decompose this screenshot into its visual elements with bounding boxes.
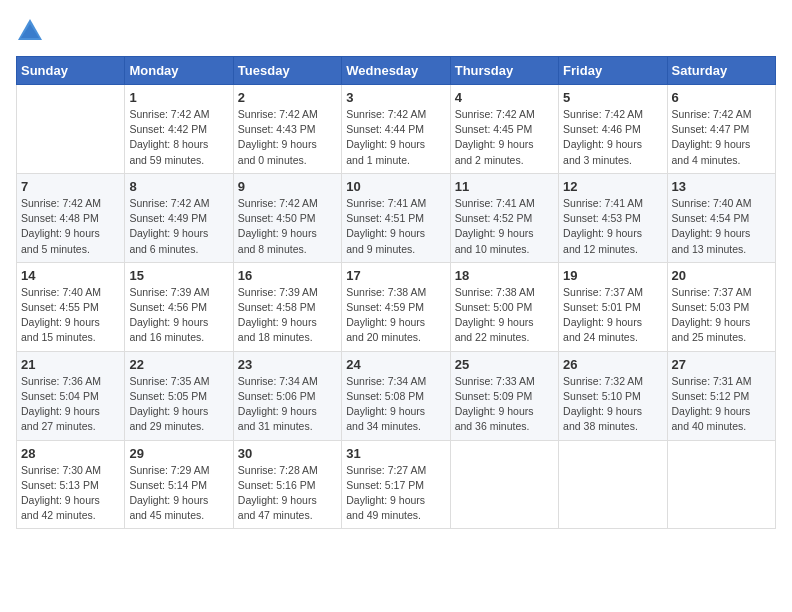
day-number: 13	[672, 179, 771, 194]
calendar-cell: 11Sunrise: 7:41 AM Sunset: 4:52 PM Dayli…	[450, 173, 558, 262]
calendar-cell: 22Sunrise: 7:35 AM Sunset: 5:05 PM Dayli…	[125, 351, 233, 440]
calendar-cell: 15Sunrise: 7:39 AM Sunset: 4:56 PM Dayli…	[125, 262, 233, 351]
day-number: 5	[563, 90, 662, 105]
day-number: 26	[563, 357, 662, 372]
day-number: 22	[129, 357, 228, 372]
day-info: Sunrise: 7:42 AM Sunset: 4:44 PM Dayligh…	[346, 107, 445, 168]
day-number: 19	[563, 268, 662, 283]
day-number: 20	[672, 268, 771, 283]
day-number: 28	[21, 446, 120, 461]
day-info: Sunrise: 7:37 AM Sunset: 5:03 PM Dayligh…	[672, 285, 771, 346]
day-info: Sunrise: 7:42 AM Sunset: 4:48 PM Dayligh…	[21, 196, 120, 257]
day-info: Sunrise: 7:37 AM Sunset: 5:01 PM Dayligh…	[563, 285, 662, 346]
day-number: 31	[346, 446, 445, 461]
calendar-cell: 17Sunrise: 7:38 AM Sunset: 4:59 PM Dayli…	[342, 262, 450, 351]
day-number: 17	[346, 268, 445, 283]
day-number: 6	[672, 90, 771, 105]
day-info: Sunrise: 7:34 AM Sunset: 5:06 PM Dayligh…	[238, 374, 337, 435]
day-info: Sunrise: 7:38 AM Sunset: 5:00 PM Dayligh…	[455, 285, 554, 346]
day-info: Sunrise: 7:38 AM Sunset: 4:59 PM Dayligh…	[346, 285, 445, 346]
day-info: Sunrise: 7:36 AM Sunset: 5:04 PM Dayligh…	[21, 374, 120, 435]
day-info: Sunrise: 7:32 AM Sunset: 5:10 PM Dayligh…	[563, 374, 662, 435]
day-info: Sunrise: 7:42 AM Sunset: 4:42 PM Dayligh…	[129, 107, 228, 168]
day-number: 3	[346, 90, 445, 105]
calendar-cell: 4Sunrise: 7:42 AM Sunset: 4:45 PM Daylig…	[450, 85, 558, 174]
day-number: 14	[21, 268, 120, 283]
day-info: Sunrise: 7:42 AM Sunset: 4:43 PM Dayligh…	[238, 107, 337, 168]
day-number: 12	[563, 179, 662, 194]
day-info: Sunrise: 7:42 AM Sunset: 4:47 PM Dayligh…	[672, 107, 771, 168]
day-number: 27	[672, 357, 771, 372]
day-info: Sunrise: 7:41 AM Sunset: 4:51 PM Dayligh…	[346, 196, 445, 257]
calendar-cell: 14Sunrise: 7:40 AM Sunset: 4:55 PM Dayli…	[17, 262, 125, 351]
day-info: Sunrise: 7:39 AM Sunset: 4:56 PM Dayligh…	[129, 285, 228, 346]
day-info: Sunrise: 7:40 AM Sunset: 4:55 PM Dayligh…	[21, 285, 120, 346]
day-info: Sunrise: 7:35 AM Sunset: 5:05 PM Dayligh…	[129, 374, 228, 435]
calendar-cell: 5Sunrise: 7:42 AM Sunset: 4:46 PM Daylig…	[559, 85, 667, 174]
day-info: Sunrise: 7:42 AM Sunset: 4:50 PM Dayligh…	[238, 196, 337, 257]
logo	[16, 16, 48, 44]
day-info: Sunrise: 7:29 AM Sunset: 5:14 PM Dayligh…	[129, 463, 228, 524]
day-number: 8	[129, 179, 228, 194]
day-info: Sunrise: 7:27 AM Sunset: 5:17 PM Dayligh…	[346, 463, 445, 524]
calendar-cell: 26Sunrise: 7:32 AM Sunset: 5:10 PM Dayli…	[559, 351, 667, 440]
calendar-cell: 25Sunrise: 7:33 AM Sunset: 5:09 PM Dayli…	[450, 351, 558, 440]
calendar-table: SundayMondayTuesdayWednesdayThursdayFrid…	[16, 56, 776, 529]
calendar-cell: 21Sunrise: 7:36 AM Sunset: 5:04 PM Dayli…	[17, 351, 125, 440]
calendar-cell: 2Sunrise: 7:42 AM Sunset: 4:43 PM Daylig…	[233, 85, 341, 174]
page-header	[16, 16, 776, 44]
day-info: Sunrise: 7:42 AM Sunset: 4:45 PM Dayligh…	[455, 107, 554, 168]
calendar-cell: 28Sunrise: 7:30 AM Sunset: 5:13 PM Dayli…	[17, 440, 125, 529]
calendar-cell: 9Sunrise: 7:42 AM Sunset: 4:50 PM Daylig…	[233, 173, 341, 262]
day-info: Sunrise: 7:30 AM Sunset: 5:13 PM Dayligh…	[21, 463, 120, 524]
calendar-cell: 24Sunrise: 7:34 AM Sunset: 5:08 PM Dayli…	[342, 351, 450, 440]
calendar-cell: 27Sunrise: 7:31 AM Sunset: 5:12 PM Dayli…	[667, 351, 775, 440]
day-number: 16	[238, 268, 337, 283]
day-number: 18	[455, 268, 554, 283]
day-number: 9	[238, 179, 337, 194]
calendar-cell: 19Sunrise: 7:37 AM Sunset: 5:01 PM Dayli…	[559, 262, 667, 351]
calendar-cell: 20Sunrise: 7:37 AM Sunset: 5:03 PM Dayli…	[667, 262, 775, 351]
day-info: Sunrise: 7:40 AM Sunset: 4:54 PM Dayligh…	[672, 196, 771, 257]
calendar-cell: 18Sunrise: 7:38 AM Sunset: 5:00 PM Dayli…	[450, 262, 558, 351]
logo-icon	[16, 16, 44, 44]
calendar-cell	[667, 440, 775, 529]
day-number: 2	[238, 90, 337, 105]
calendar-cell: 12Sunrise: 7:41 AM Sunset: 4:53 PM Dayli…	[559, 173, 667, 262]
day-info: Sunrise: 7:28 AM Sunset: 5:16 PM Dayligh…	[238, 463, 337, 524]
day-info: Sunrise: 7:42 AM Sunset: 4:49 PM Dayligh…	[129, 196, 228, 257]
day-number: 21	[21, 357, 120, 372]
day-number: 10	[346, 179, 445, 194]
calendar-cell: 29Sunrise: 7:29 AM Sunset: 5:14 PM Dayli…	[125, 440, 233, 529]
day-info: Sunrise: 7:39 AM Sunset: 4:58 PM Dayligh…	[238, 285, 337, 346]
day-info: Sunrise: 7:42 AM Sunset: 4:46 PM Dayligh…	[563, 107, 662, 168]
weekday-header: Saturday	[667, 57, 775, 85]
day-number: 4	[455, 90, 554, 105]
calendar-cell: 8Sunrise: 7:42 AM Sunset: 4:49 PM Daylig…	[125, 173, 233, 262]
day-info: Sunrise: 7:31 AM Sunset: 5:12 PM Dayligh…	[672, 374, 771, 435]
calendar-cell: 16Sunrise: 7:39 AM Sunset: 4:58 PM Dayli…	[233, 262, 341, 351]
day-number: 7	[21, 179, 120, 194]
weekday-header: Thursday	[450, 57, 558, 85]
day-number: 30	[238, 446, 337, 461]
day-number: 25	[455, 357, 554, 372]
day-number: 11	[455, 179, 554, 194]
calendar-cell: 1Sunrise: 7:42 AM Sunset: 4:42 PM Daylig…	[125, 85, 233, 174]
day-number: 1	[129, 90, 228, 105]
day-info: Sunrise: 7:41 AM Sunset: 4:52 PM Dayligh…	[455, 196, 554, 257]
calendar-cell: 30Sunrise: 7:28 AM Sunset: 5:16 PM Dayli…	[233, 440, 341, 529]
calendar-cell: 7Sunrise: 7:42 AM Sunset: 4:48 PM Daylig…	[17, 173, 125, 262]
day-info: Sunrise: 7:41 AM Sunset: 4:53 PM Dayligh…	[563, 196, 662, 257]
calendar-cell	[17, 85, 125, 174]
calendar-cell	[559, 440, 667, 529]
day-number: 29	[129, 446, 228, 461]
day-number: 15	[129, 268, 228, 283]
weekday-header: Sunday	[17, 57, 125, 85]
weekday-header: Friday	[559, 57, 667, 85]
calendar-cell: 23Sunrise: 7:34 AM Sunset: 5:06 PM Dayli…	[233, 351, 341, 440]
calendar-cell: 6Sunrise: 7:42 AM Sunset: 4:47 PM Daylig…	[667, 85, 775, 174]
calendar-cell: 13Sunrise: 7:40 AM Sunset: 4:54 PM Dayli…	[667, 173, 775, 262]
calendar-cell: 3Sunrise: 7:42 AM Sunset: 4:44 PM Daylig…	[342, 85, 450, 174]
day-info: Sunrise: 7:33 AM Sunset: 5:09 PM Dayligh…	[455, 374, 554, 435]
calendar-cell: 31Sunrise: 7:27 AM Sunset: 5:17 PM Dayli…	[342, 440, 450, 529]
